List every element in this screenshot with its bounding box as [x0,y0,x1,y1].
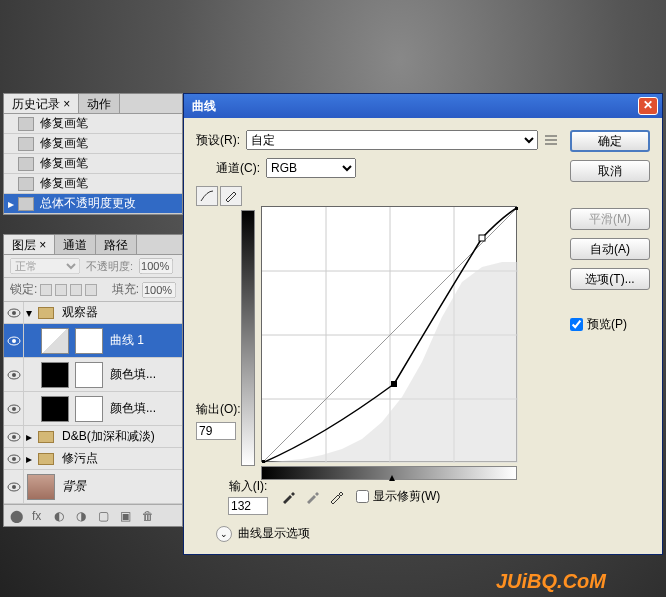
preset-label: 预设(R): [196,132,240,149]
history-item[interactable]: 修复画笔 [4,114,182,134]
expand-options-toggle[interactable]: ⌄ [216,526,232,542]
brush-icon [18,137,34,151]
tab-paths[interactable]: 路径 [96,235,137,254]
layer-background[interactable]: 背景 [4,470,182,504]
white-point-eyedropper[interactable] [328,489,344,505]
ok-button[interactable]: 确定 [570,130,650,152]
visibility-toggle[interactable] [4,448,24,469]
lock-all-icon[interactable] [85,284,97,296]
fx-icon[interactable]: fx [32,509,46,523]
visibility-toggle[interactable] [4,358,24,391]
lock-position-icon[interactable] [70,284,82,296]
preview-label: 预览(P) [587,316,627,333]
tab-actions[interactable]: 动作 [79,94,120,113]
input-input[interactable] [228,497,268,515]
fill-thumb [41,396,69,422]
fill-input[interactable] [142,282,176,298]
layer-group[interactable]: ▸ D&B(加深和减淡) [4,426,182,448]
gray-point-eyedropper[interactable] [304,489,320,505]
lock-label: 锁定: [10,281,37,298]
channel-label: 通道(C): [216,160,260,177]
visibility-toggle[interactable] [4,426,24,447]
blend-controls: 正常 不透明度: [4,255,182,278]
visibility-toggle[interactable] [4,302,24,323]
svg-point-5 [12,373,16,377]
layer-thumb [27,474,55,500]
trash-icon[interactable]: 🗑 [142,509,156,523]
visibility-toggle[interactable] [4,392,24,425]
brush-icon [18,177,34,191]
link-icon[interactable]: ⬤ [10,509,24,523]
curve-pencil-tool[interactable] [220,186,242,206]
dialog-title: 曲线 [192,98,638,115]
history-label: 修复画笔 [40,175,88,192]
history-item[interactable]: 修复画笔 [4,154,182,174]
dialog-titlebar[interactable]: 曲线 ✕ [184,94,662,118]
layer-name: 背景 [58,478,86,495]
svg-point-3 [12,339,16,343]
history-tabs: 历史记录 × 动作 [4,94,182,114]
visibility-toggle[interactable] [4,324,24,357]
visibility-toggle[interactable] [4,470,24,503]
layer-name: 颜色填... [106,400,156,417]
svg-point-7 [12,407,16,411]
history-item[interactable]: 修复画笔 [4,134,182,154]
history-label: 修复画笔 [40,135,88,152]
curve-point-tool[interactable] [196,186,218,206]
svg-rect-25 [479,235,485,241]
layer-name: 颜色填... [106,366,156,383]
auto-button[interactable]: 自动(A) [570,238,650,260]
history-item-selected[interactable]: ▸总体不透明度更改 [4,194,182,214]
layer-colorfill[interactable]: 颜色填... [4,392,182,426]
layer-group[interactable]: ▾ 观察器 [4,302,182,324]
slider-icon [18,197,34,211]
tab-channels[interactable]: 通道 [55,235,96,254]
smooth-button[interactable]: 平滑(M) [570,208,650,230]
brush-icon [18,117,34,131]
new-layer-icon[interactable]: ▣ [120,509,134,523]
mask-thumb [75,328,103,354]
layer-name: 修污点 [58,450,98,467]
lock-transparent-icon[interactable] [40,284,52,296]
channel-select[interactable]: RGB [266,158,356,178]
input-label: 输入(I): [229,478,268,495]
layer-group[interactable]: ▸ 修污点 [4,448,182,470]
layers-tabs: 图层 × 通道 路径 [4,235,182,255]
brush-icon [18,157,34,171]
tab-history[interactable]: 历史记录 × [4,94,79,113]
svg-point-9 [12,435,16,439]
adjustment-thumb [41,328,69,354]
options-button[interactable]: 选项(T)... [570,268,650,290]
lock-paint-icon[interactable] [55,284,67,296]
layer-curves[interactable]: 曲线 1 [4,324,182,358]
folder-icon [38,431,54,443]
svg-point-11 [12,457,16,461]
svg-rect-26 [262,460,265,463]
svg-rect-27 [515,207,518,210]
black-point-eyedropper[interactable] [280,489,296,505]
close-button[interactable]: ✕ [638,97,658,115]
svg-point-1 [12,311,16,315]
show-clipping-checkbox[interactable] [356,490,369,503]
tab-layers[interactable]: 图层 × [4,235,55,254]
mask-icon[interactable]: ◐ [54,509,68,523]
curve-graph[interactable] [261,206,517,462]
expand-label: 曲线显示选项 [238,525,310,542]
output-input[interactable] [196,422,236,440]
blend-mode-select[interactable]: 正常 [10,258,80,274]
history-item[interactable]: 修复画笔 [4,174,182,194]
opacity-input[interactable] [139,258,173,274]
preset-menu-icon[interactable] [544,134,558,146]
preview-checkbox[interactable] [570,318,583,331]
adjustment-icon[interactable]: ◑ [76,509,90,523]
preset-select[interactable]: 自定 [246,130,538,150]
folder-new-icon[interactable]: ▢ [98,509,112,523]
layer-colorfill[interactable]: 颜色填... [4,358,182,392]
layer-name: D&B(加深和减淡) [58,428,155,445]
mask-thumb [75,362,103,388]
history-panel: 历史记录 × 动作 修复画笔 修复画笔 修复画笔 修复画笔 ▸总体不透明度更改 [3,93,183,215]
tab-layers-label: 图层 [12,238,36,252]
cancel-button[interactable]: 取消 [570,160,650,182]
layer-name: 曲线 1 [106,332,144,349]
folder-icon [38,453,54,465]
